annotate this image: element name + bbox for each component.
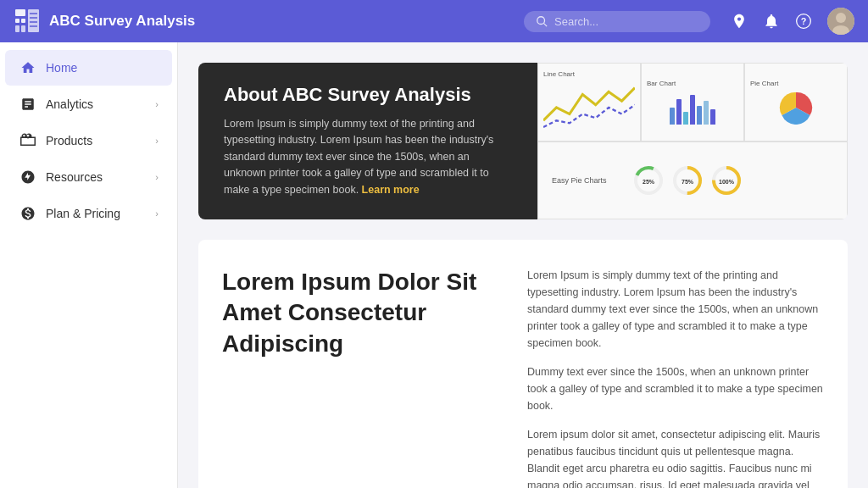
search-bar[interactable] <box>524 11 710 32</box>
pie-chart-svg <box>779 91 813 125</box>
charts-grid: Line Chart Bar Chart <box>537 63 848 219</box>
help-icon[interactable]: ? <box>795 13 812 30</box>
analytics-icon <box>19 95 37 114</box>
svg-text:?: ? <box>801 16 807 26</box>
svg-rect-5 <box>28 9 39 32</box>
svg-line-11 <box>544 24 548 27</box>
products-icon <box>19 131 37 150</box>
gauge-75: 75% <box>671 164 704 197</box>
search-input[interactable] <box>554 15 698 28</box>
svg-point-15 <box>836 13 846 23</box>
gauge-75-svg: 75% <box>671 164 704 197</box>
hero-title: About ABC Survey Analysis <box>224 84 512 106</box>
layout: Home Analytics › Products › <box>0 42 868 488</box>
svg-rect-4 <box>21 25 25 32</box>
main-para-2: Dummy text ever since the 1500s, when an… <box>527 363 824 414</box>
hero-body: Lorem Ipsum is simply dummy text of the … <box>224 116 512 198</box>
sidebar-item-home-label: Home <box>46 61 159 75</box>
svg-text:75%: 75% <box>682 179 694 185</box>
svg-text:25%: 25% <box>643 179 655 185</box>
header: ABC Survey Analysis ? <box>0 0 868 42</box>
hero-charts-panel: Line Chart Bar Chart <box>537 63 848 219</box>
sidebar-item-analytics-label: Analytics <box>46 97 155 111</box>
sidebar-item-analytics[interactable]: Analytics › <box>5 86 172 122</box>
gauge-100: 100% <box>710 164 743 197</box>
chart-cell-bar: Bar Chart <box>641 63 744 141</box>
chart-cell-line: Line Chart <box>537 63 641 141</box>
location-icon[interactable] <box>731 13 748 30</box>
sidebar-item-resources[interactable]: Resources › <box>5 159 172 195</box>
sidebar-item-home[interactable]: Home <box>5 50 172 86</box>
header-actions: ? <box>731 8 854 35</box>
svg-rect-0 <box>15 9 25 16</box>
gauge-25-svg: 25% <box>632 164 665 197</box>
sidebar-item-products-label: Products <box>46 134 155 147</box>
chart-cell-pie: Pie Chart <box>744 63 848 141</box>
svg-rect-1 <box>15 19 19 23</box>
sidebar: Home Analytics › Products › <box>0 42 178 488</box>
line-chart-svg <box>543 81 635 134</box>
hero-learn-more-link[interactable]: Learn more <box>362 184 420 196</box>
svg-text:100%: 100% <box>719 179 735 185</box>
bar-chart-label: Bar Chart <box>647 80 676 87</box>
main-para-3: Lorem ipsum dolor sit amet, consectetur … <box>527 426 824 488</box>
sidebar-item-pricing-label: Plan & Pricing <box>46 207 155 220</box>
gauge-100-svg: 100% <box>710 164 743 197</box>
gauge-row: 25% 75% <box>629 161 746 200</box>
bell-icon[interactable] <box>763 13 780 30</box>
analytics-chevron-icon: › <box>155 99 159 109</box>
easy-pie-row: Easy Pie Charts 25% <box>537 141 848 220</box>
pie-chart-label: Pie Chart <box>750 80 778 87</box>
home-icon <box>19 58 37 77</box>
main-para-1: Lorem Ipsum is simply dummy text of the … <box>527 267 824 352</box>
app-title: ABC Survey Analysis <box>49 13 195 30</box>
logo: ABC Survey Analysis <box>14 8 195 35</box>
bottom-text-panel: Lorem Ipsum is simply dummy text of the … <box>527 267 824 488</box>
line-chart-label: Line Chart <box>543 70 575 78</box>
bottom-heading-panel: Lorem Ipsum Dolor Sit Amet Consectetur A… <box>222 267 493 488</box>
svg-rect-2 <box>21 19 25 23</box>
svg-rect-3 <box>15 25 19 32</box>
hero-text-panel: About ABC Survey Analysis Lorem Ipsum is… <box>198 63 537 219</box>
hero-banner: About ABC Survey Analysis Lorem Ipsum is… <box>198 63 848 219</box>
gauge-25: 25% <box>632 164 665 197</box>
pricing-icon <box>19 204 37 223</box>
sidebar-item-products[interactable]: Products › <box>5 123 172 158</box>
resources-icon <box>19 168 37 186</box>
search-icon <box>536 15 548 27</box>
avatar[interactable] <box>827 8 854 35</box>
main-content: About ABC Survey Analysis Lorem Ipsum is… <box>178 42 868 488</box>
svg-point-10 <box>537 17 545 25</box>
bar-chart <box>670 91 715 125</box>
main-heading: Lorem Ipsum Dolor Sit Amet Consectetur A… <box>222 267 493 359</box>
pricing-chevron-icon: › <box>155 208 159 219</box>
logo-icon <box>14 8 41 35</box>
easy-pie-label: Easy Pie Charts <box>552 176 607 185</box>
bottom-section: Lorem Ipsum Dolor Sit Amet Consectetur A… <box>198 240 848 488</box>
sidebar-item-plan-pricing[interactable]: Plan & Pricing › <box>5 196 172 231</box>
resources-chevron-icon: › <box>155 172 159 182</box>
products-chevron-icon: › <box>155 136 159 146</box>
sidebar-item-resources-label: Resources <box>46 170 155 184</box>
